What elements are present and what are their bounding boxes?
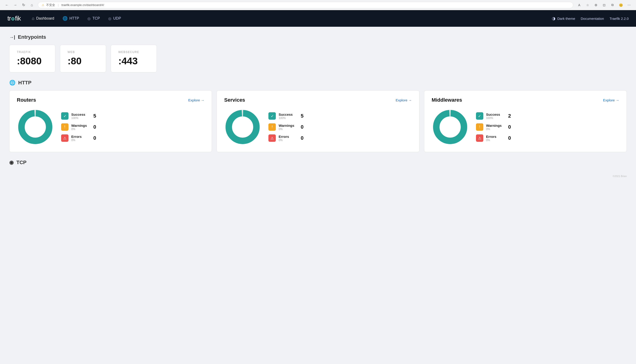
tcp-label: TCP [16, 160, 26, 166]
middlewares-error-badge: ⚠ [476, 134, 483, 142]
middlewares-card-header: Middlewares Explore → [432, 97, 619, 103]
ep-traefik-value: :8080 [17, 56, 48, 66]
udp-icon: ◎ [108, 16, 112, 21]
routers-explore-link[interactable]: Explore → [188, 98, 204, 102]
forward-button[interactable]: → [12, 2, 18, 8]
footer-watermark: ©2021 Brian [613, 175, 627, 178]
routers-success-pct: 100% [71, 116, 85, 120]
services-title: Services [224, 97, 245, 103]
routers-legend: ✓ Success 100% 5 ! Warnings 0% [61, 112, 96, 142]
reload-button[interactable]: ↻ [20, 2, 27, 8]
split-button[interactable]: ⊡ [601, 2, 608, 8]
ep-card-websecure[interactable]: WEBSECURE :443 [111, 45, 157, 72]
services-card-body: ✓ Success 100% 5 ! Warnings 0% [224, 108, 412, 146]
nav-dashboard-label: Dashboard [36, 16, 54, 20]
main-nav: ⌂ Dashboard 🌐 HTTP ◎ TCP ◎ UDP [28, 14, 544, 23]
collections-button[interactable]: ⧉ [609, 2, 616, 8]
routers-success-badge: ✓ [61, 112, 68, 120]
settings-button[interactable]: ⚙ [593, 2, 599, 8]
services-warning-label: Warnings [278, 124, 294, 128]
ep-websecure-value: :443 [118, 56, 149, 66]
entrypoints-label: Entrypoints [18, 34, 46, 40]
services-error-count: 0 [297, 135, 304, 141]
services-error-pct: 0% [278, 138, 289, 142]
address-bar[interactable]: ⚠ 不安全 | traefik.example.cn/dashboard/#/ [38, 2, 573, 8]
nav-http-label: HTTP [70, 16, 79, 20]
browser-controls[interactable]: ← → ↻ ⌂ [4, 2, 35, 8]
routers-error-count: 0 [90, 135, 96, 141]
ep-card-web[interactable]: WEB :80 [60, 45, 106, 72]
home-button[interactable]: ⌂ [28, 2, 35, 8]
menu-button[interactable]: ⋯ [626, 2, 632, 8]
http-section-title: 🌐 HTTP [9, 80, 627, 86]
ep-websecure-label: WEBSECURE [118, 50, 149, 54]
services-card: Services Explore → ✓ [216, 90, 419, 152]
middlewares-title: Middlewares [432, 97, 462, 103]
ep-card-traefik[interactable]: TRAEFIK :8080 [9, 45, 55, 72]
theme-toggle[interactable]: ◑ Dark theme [552, 16, 575, 21]
ep-web-label: WEB [68, 50, 98, 54]
middlewares-card-body: ✓ Success 100% 2 ! Warnings 0% [432, 108, 619, 146]
routers-error-pct: 0% [71, 138, 82, 142]
entrypoints-title: →| Entrypoints [9, 34, 627, 40]
header-right: ◑ Dark theme Documentation Traefik 2.2.0 [552, 16, 628, 21]
middlewares-error-count: 0 [504, 135, 511, 141]
routers-error-badge: ⚠ [61, 134, 68, 142]
nav-http[interactable]: 🌐 HTTP [59, 14, 83, 23]
http-section: 🌐 HTTP Routers Explore → [9, 80, 627, 152]
middlewares-warning-badge: ! [476, 123, 483, 131]
routers-success-item: ✓ Success 100% 5 [61, 112, 96, 120]
services-error-badge: ⚠ [268, 134, 276, 142]
browser-actions[interactable]: A ☆ ⚙ ⊡ ⧉ 😊 ⋯ [576, 2, 632, 8]
nav-udp[interactable]: ◎ UDP [104, 14, 125, 22]
nav-udp-label: UDP [113, 16, 121, 20]
entrypoints-grid: TRAEFIK :8080 WEB :80 WEBSECURE :443 [9, 45, 627, 72]
routers-warning-pct: 0% [71, 128, 87, 131]
services-success-pct: 100% [278, 116, 293, 120]
svg-point-4 [229, 113, 256, 141]
routers-error-item: ⚠ Errors 0% 0 [61, 134, 96, 142]
bookmark-button[interactable]: ☆ [584, 2, 591, 8]
services-warning-count: 0 [297, 124, 304, 130]
middlewares-warning-item: ! Warnings 0% 0 [476, 123, 511, 131]
services-error-item: ⚠ Errors 0% 0 [268, 134, 304, 142]
ep-web-value: :80 [68, 56, 98, 66]
middlewares-explore-link[interactable]: Explore → [603, 98, 619, 102]
middlewares-warning-pct: 0% [486, 128, 502, 131]
tcp-section-title: ◉ TCP [9, 160, 627, 166]
version-text: Traefik 2.2.0 [610, 16, 628, 20]
routers-success-count: 5 [90, 113, 96, 119]
middlewares-legend: ✓ Success 100% 2 ! Warnings 0% [476, 112, 511, 142]
services-explore-link[interactable]: Explore → [396, 98, 412, 102]
browser-chrome: ← → ↻ ⌂ ⚠ 不安全 | traefik.example.cn/dashb… [0, 0, 636, 10]
ep-traefik-label: TRAEFIK [17, 50, 48, 54]
routers-title: Routers [17, 97, 36, 103]
middlewares-warning-count: 0 [504, 124, 511, 130]
nav-dashboard[interactable]: ⌂ Dashboard [28, 14, 58, 23]
routers-warning-count: 0 [90, 124, 96, 130]
home-icon: ⌂ [32, 16, 34, 21]
logo: tr fik [8, 15, 21, 22]
middlewares-error-item: ⚠ Errors 0% 0 [476, 134, 511, 142]
profile-button[interactable]: 😊 [618, 2, 624, 8]
logo-text: tr fik [8, 15, 21, 22]
translate-button[interactable]: A [576, 2, 582, 8]
routers-error-label: Errors [71, 135, 82, 138]
routers-warning-badge: ! [61, 123, 68, 131]
back-button[interactable]: ← [4, 2, 10, 8]
routers-card-header: Routers Explore → [17, 97, 204, 103]
nav-tcp[interactable]: ◎ TCP [84, 14, 104, 22]
middlewares-donut [432, 108, 468, 146]
routers-card: Routers Explore → [9, 90, 212, 152]
middlewares-card: Middlewares Explore → ✓ [424, 90, 627, 152]
documentation-link[interactable]: Documentation [581, 16, 604, 20]
middlewares-success-item: ✓ Success 100% 2 [476, 112, 511, 120]
routers-card-body: ✓ Success 100% 5 ! Warnings 0% [17, 108, 204, 146]
svg-point-1 [22, 113, 49, 141]
middlewares-success-badge: ✓ [476, 112, 483, 120]
middlewares-donut-svg [432, 108, 468, 146]
services-donut [224, 108, 261, 146]
globe-icon: 🌐 [62, 16, 68, 21]
routers-warning-item: ! Warnings 0% 0 [61, 123, 96, 131]
main-content: →| Entrypoints TRAEFIK :8080 WEB :80 WEB… [0, 27, 636, 173]
